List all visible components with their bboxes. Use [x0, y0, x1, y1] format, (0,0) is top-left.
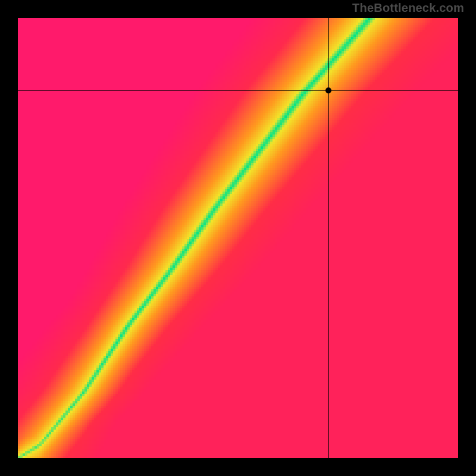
- selected-point: [325, 87, 331, 93]
- heatmap-plot: [18, 18, 458, 458]
- chart-frame: TheBottleneck.com: [0, 0, 476, 476]
- crosshair-vertical: [328, 18, 329, 458]
- watermark-text: TheBottleneck.com: [352, 1, 464, 15]
- heatmap-canvas: [18, 18, 458, 458]
- crosshair-horizontal: [18, 90, 458, 91]
